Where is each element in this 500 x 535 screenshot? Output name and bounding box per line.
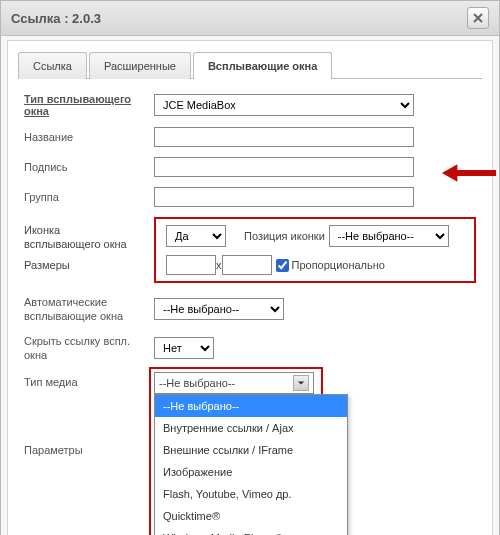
popup-type-select[interactable]: JCE MediaBox [154, 94, 414, 116]
media-opt-none[interactable]: --Не выбрано-- [155, 395, 347, 417]
svg-marker-1 [442, 164, 457, 181]
link-dialog: Ссылка : 2.0.3 Ссылка Расширенные Всплыв… [0, 0, 500, 535]
auto-select[interactable]: --Не выбрано-- [154, 298, 284, 320]
media-opt-wmp[interactable]: Windows Media Player® [155, 527, 347, 535]
tab-link[interactable]: Ссылка [18, 52, 87, 79]
media-type-field[interactable]: --Не выбрано-- [154, 372, 314, 394]
row-popup-type: Тип всплывающего окна JCE MediaBox [24, 93, 476, 117]
popup-type-label[interactable]: Тип всплывающего окна [24, 93, 154, 117]
auto-label: Автоматическиевсплывающие окна [24, 295, 154, 324]
media-opt-ajax[interactable]: Внутренние ссылки / Ajax [155, 417, 347, 439]
tab-advanced[interactable]: Расширенные [89, 52, 191, 79]
popup-form: Тип всплывающего окна JCE MediaBox Назва… [18, 79, 482, 535]
caption-label: Подпись [24, 161, 154, 173]
media-opt-iframe[interactable]: Внешние ссылки / IFrame [155, 439, 347, 461]
row-icon-dims: Иконкавсплывающего окна Да Позиция иконк… [24, 217, 476, 293]
media-label: Тип медиа [24, 372, 154, 388]
title-input[interactable] [154, 127, 414, 147]
icon-select[interactable]: Да [166, 225, 226, 247]
group-input[interactable] [154, 187, 414, 207]
chevron-down-icon [293, 375, 309, 391]
params-label: Параметры [24, 444, 154, 456]
media-type-dropdown[interactable]: --Не выбрано-- --Не выбрано-- Внутренние… [154, 372, 314, 394]
annotation-arrow [440, 161, 498, 187]
close-icon [473, 13, 483, 23]
title-label: Название [24, 131, 154, 143]
row-group: Группа [24, 187, 476, 207]
arrow-left-icon [440, 161, 498, 185]
highlight-icon-box: Да Позиция иконки --Не выбрано-- x Пропо… [154, 217, 476, 283]
tab-popups[interactable]: Всплывающие окна [193, 52, 332, 79]
row-auto-popup: Автоматическиевсплывающие окна --Не выбр… [24, 295, 476, 324]
icon-label: Иконкавсплывающего окна [24, 217, 154, 293]
tabs: Ссылка Расширенные Всплывающие окна [18, 51, 482, 79]
window-title: Ссылка : 2.0.3 [11, 11, 101, 26]
close-button[interactable] [467, 7, 489, 29]
dialog-body: Ссылка Расширенные Всплывающие окна Тип … [7, 40, 493, 535]
proportional-checkbox[interactable] [276, 259, 289, 272]
row-title: Название [24, 127, 476, 147]
media-opt-quicktime[interactable]: Quicktime® [155, 505, 347, 527]
media-opt-flash[interactable]: Flash, Youtube, Vimeo др. [155, 483, 347, 505]
media-type-list: --Не выбрано-- Внутренние ссылки / Ajax … [154, 394, 348, 535]
caption-input[interactable] [154, 157, 414, 177]
title-bar: Ссылка : 2.0.3 [1, 1, 499, 36]
row-media-type: Тип медиа --Не выбрано-- --Не выбрано-- … [24, 372, 476, 394]
group-label: Группа [24, 191, 154, 203]
proportional-label: Пропорционально [292, 259, 385, 271]
hide-select[interactable]: Нет [154, 337, 214, 359]
height-input[interactable] [222, 255, 272, 275]
hide-label: Скрыть ссылку вспл.окна [24, 334, 154, 363]
row-hide-link: Скрыть ссылку вспл.окна Нет [24, 334, 476, 363]
media-opt-image[interactable]: Изображение [155, 461, 347, 483]
row-caption: Подпись [24, 157, 476, 177]
icon-pos-label: Позиция иконки [244, 230, 325, 242]
icon-pos-select[interactable]: --Не выбрано-- [329, 225, 449, 247]
width-input[interactable] [166, 255, 216, 275]
